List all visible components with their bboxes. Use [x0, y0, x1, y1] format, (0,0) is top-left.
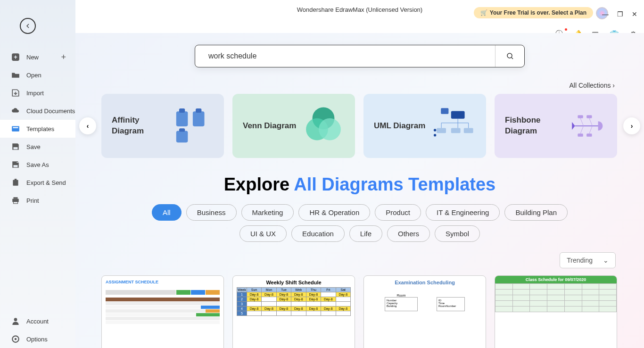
carousel-prev[interactable]: ‹: [79, 117, 96, 134]
cart-icon: 🛒: [480, 9, 487, 16]
svg-point-12: [507, 53, 512, 58]
filter-others[interactable]: Others: [387, 225, 430, 242]
folder-icon: [11, 71, 20, 79]
search-icon: [506, 52, 514, 60]
filter-building[interactable]: Building Plan: [504, 204, 568, 221]
filter-it[interactable]: IT & Engineering: [426, 204, 500, 221]
template-card[interactable]: Examination Scheduling RoomNumberCapacit…: [363, 275, 486, 348]
arrow-left-icon: [24, 22, 32, 30]
filter-life[interactable]: Life: [349, 225, 382, 242]
search-input[interactable]: [195, 52, 495, 60]
filter-hr[interactable]: HR & Operation: [298, 204, 370, 221]
svg-point-28: [434, 134, 436, 136]
collection-card-uml[interactable]: UML Diagram: [363, 94, 486, 158]
sidebar-label: Print: [26, 197, 39, 204]
svg-rect-4: [14, 165, 18, 167]
gear-icon: [11, 335, 20, 343]
saveas-icon: [11, 160, 20, 169]
plus-icon[interactable]: +: [61, 52, 66, 62]
back-button[interactable]: [20, 18, 36, 34]
affinity-icon: [172, 105, 214, 147]
sidebar-label: Templates: [26, 125, 54, 133]
preview-title: Weekly Shift Schedule: [237, 280, 351, 285]
collection-card-fishbone[interactable]: Fishbone Diagram: [495, 94, 617, 158]
svg-rect-22: [441, 108, 448, 114]
trial-text: Your Free Trial is over. Select a Plan: [490, 9, 586, 16]
svg-rect-16: [196, 108, 201, 113]
sidebar-item-open[interactable]: Open: [0, 66, 75, 84]
templates-icon: [11, 124, 20, 133]
sidebar-label: New: [26, 54, 39, 61]
sidebar-label: Save As: [26, 161, 49, 168]
svg-point-27: [434, 129, 436, 131]
svg-point-9: [14, 318, 17, 321]
search-button[interactable]: [495, 45, 524, 67]
sidebar-item-save[interactable]: Save: [0, 138, 75, 156]
window-maximize[interactable]: ❐: [617, 10, 623, 18]
card-title: UML Diagram: [374, 121, 425, 132]
svg-rect-31: [578, 133, 583, 137]
fishbone-icon: [568, 105, 607, 147]
import-icon: [11, 89, 20, 97]
svg-point-21: [319, 118, 341, 141]
svg-rect-30: [587, 115, 592, 118]
collection-card-affinity[interactable]: Affinity Diagram: [101, 94, 224, 158]
carousel-next[interactable]: ›: [623, 117, 640, 134]
chevron-down-icon: ⌄: [603, 257, 609, 264]
sidebar-item-cloud[interactable]: Cloud Documents: [0, 102, 75, 120]
chevron-right-icon: ›: [612, 82, 615, 89]
card-title: Affinity Diagram: [112, 115, 172, 137]
all-collections-link[interactable]: All Collections ›: [75, 67, 644, 94]
sidebar-label: Open: [26, 72, 41, 79]
collection-card-venn[interactable]: Venn Diagram: [232, 94, 355, 158]
sort-value: Trending: [567, 257, 593, 264]
svg-rect-1: [12, 126, 19, 131]
svg-rect-13: [176, 111, 188, 126]
sidebar-label: Account: [26, 318, 49, 325]
sidebar-label: Options: [26, 336, 48, 343]
filter-product[interactable]: Product: [375, 204, 421, 221]
svg-rect-3: [14, 147, 18, 149]
filter-business[interactable]: Business: [186, 204, 237, 221]
sidebar-item-options[interactable]: Options: [0, 330, 75, 348]
trial-banner[interactable]: 🛒 Your Free Trial is over. Select a Plan: [474, 7, 593, 18]
svg-rect-15: [193, 111, 205, 126]
save-icon: [11, 142, 20, 151]
sidebar-item-saveas[interactable]: Save As: [0, 156, 75, 174]
venn-icon: [302, 105, 345, 147]
sort-dropdown[interactable]: Trending ⌄: [560, 252, 616, 268]
filter-all[interactable]: All: [152, 204, 182, 221]
svg-rect-14: [179, 108, 185, 113]
template-card[interactable]: ASSIGNMENT SCHEDULE: [101, 275, 224, 348]
svg-rect-18: [179, 128, 185, 132]
svg-rect-23: [451, 111, 465, 119]
svg-point-11: [15, 338, 17, 340]
sidebar-label: Cloud Documents: [26, 108, 75, 115]
window-close[interactable]: ✕: [632, 10, 637, 18]
sidebar-item-new[interactable]: New +: [0, 48, 75, 66]
export-icon: [11, 178, 20, 187]
explore-heading: Explore All Diagrams Templates: [75, 174, 644, 195]
plus-square-icon: [11, 53, 20, 61]
template-card[interactable]: Weekly Shift Schedule WeekSunMonTueWebTh…: [232, 275, 355, 348]
filter-education[interactable]: Education: [291, 225, 345, 242]
sidebar-item-account[interactable]: Account: [0, 312, 75, 330]
sidebar-item-templates[interactable]: Templates: [0, 120, 75, 138]
svg-rect-32: [587, 133, 592, 137]
svg-rect-24: [437, 128, 446, 133]
svg-rect-7: [14, 197, 18, 199]
filter-marketing[interactable]: Marketing: [241, 204, 294, 221]
filter-symbol[interactable]: Symbol: [435, 225, 480, 242]
svg-rect-17: [176, 131, 188, 143]
preview-title: Class Schedule for 09/07/2020: [495, 276, 617, 283]
sidebar-item-export[interactable]: Export & Send: [0, 174, 75, 191]
template-card[interactable]: Class Schedule for 09/07/2020: [495, 275, 617, 348]
filter-uiux[interactable]: UI & UX: [239, 225, 287, 242]
preview-title: ASSIGNMENT SCHEDULE: [106, 280, 220, 284]
svg-rect-2: [13, 127, 18, 128]
window-minimize[interactable]: —: [602, 10, 609, 18]
window-title: Wondershare EdrawMax (Unlicensed Version…: [297, 6, 422, 13]
cloud-icon: [11, 107, 20, 115]
sidebar-item-import[interactable]: Import: [0, 84, 75, 102]
sidebar-item-print[interactable]: Print: [0, 191, 75, 209]
